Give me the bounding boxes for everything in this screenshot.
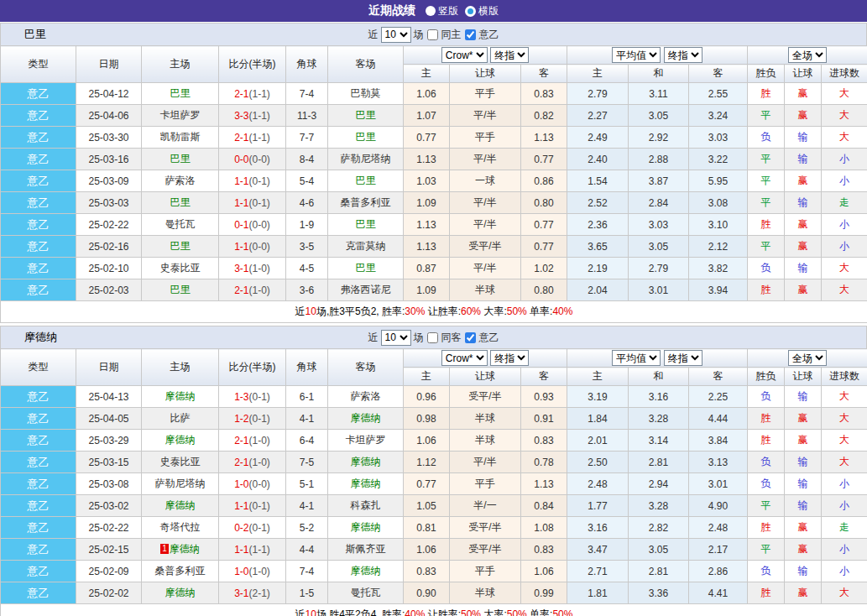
home-team-link[interactable]: 卡坦萨罗 bbox=[160, 109, 201, 121]
avg-draw-odds: 3.05 bbox=[629, 105, 689, 127]
same-venue-checkbox[interactable] bbox=[427, 332, 438, 343]
home-team-link[interactable]: 史泰比亚 bbox=[160, 262, 201, 274]
away-team-link[interactable]: 萨索洛 bbox=[351, 390, 381, 402]
home-team-link[interactable]: 比萨 bbox=[170, 412, 191, 424]
home-team-link[interactable]: 巴里 bbox=[170, 87, 191, 99]
asian-home-odds: 0.81 bbox=[404, 517, 450, 539]
league-filter-checkbox[interactable] bbox=[465, 332, 476, 343]
avg-away-odds: 2.55 bbox=[689, 83, 748, 105]
match-count-select[interactable]: 10 bbox=[381, 330, 411, 346]
away-team-link[interactable]: 巴里 bbox=[356, 175, 376, 186]
away-team-link[interactable]: 巴里 bbox=[356, 218, 376, 230]
away-team-link[interactable]: 桑普多利亚 bbox=[341, 196, 391, 208]
final-index-select-2[interactable]: 终指 bbox=[664, 47, 702, 63]
score-cell: 1-0(1-0) bbox=[219, 561, 286, 582]
summary-segment: 场,胜4平2负4, 胜率: bbox=[316, 608, 405, 616]
home-team-link[interactable]: 凯勒雷斯 bbox=[160, 131, 201, 143]
final-index-select[interactable]: 终指 bbox=[490, 350, 529, 366]
col-header-winloss: 胜负 bbox=[748, 368, 785, 386]
horizontal-radio-icon[interactable] bbox=[465, 6, 476, 17]
league-type-cell: 意乙 bbox=[1, 386, 76, 408]
home-team-cell: 卡坦萨罗 bbox=[142, 105, 219, 127]
vertical-radio-icon[interactable] bbox=[426, 6, 436, 16]
match-date-cell: 25-03-29 bbox=[76, 430, 142, 452]
away-team-link[interactable]: 摩德纳 bbox=[351, 456, 381, 467]
league-filter-checkbox[interactable] bbox=[465, 29, 476, 40]
asian-handicap-line: 平/半 bbox=[450, 149, 521, 170]
away-team-link[interactable]: 科森扎 bbox=[351, 499, 381, 511]
scope-select[interactable]: 全场 bbox=[788, 350, 827, 366]
away-team-link[interactable]: 曼托瓦 bbox=[351, 587, 381, 598]
col-header-score: 比分(半场) bbox=[219, 46, 286, 83]
asian-away-odds: 0.99 bbox=[521, 582, 567, 604]
scope-select[interactable]: 全场 bbox=[788, 47, 827, 63]
avg-away-odds: 2.86 bbox=[689, 561, 748, 582]
final-index-select-2[interactable]: 终指 bbox=[664, 350, 702, 366]
avg-home-odds: 2.36 bbox=[567, 214, 629, 236]
home-team-link[interactable]: 萨索洛 bbox=[165, 175, 196, 186]
match-count-select[interactable]: 10 bbox=[381, 27, 411, 43]
league-type-cell: 意乙 bbox=[1, 452, 76, 473]
home-team-link[interactable]: 桑普多利亚 bbox=[155, 565, 206, 577]
away-team-cell: 巴里 bbox=[328, 105, 404, 127]
match-date-cell: 25-03-02 bbox=[76, 495, 142, 517]
home-team-link[interactable]: 摩德纳 bbox=[165, 587, 196, 598]
average-select[interactable]: 平均值 bbox=[612, 47, 661, 63]
result-handicap: 输 bbox=[785, 192, 822, 214]
away-team-link[interactable]: 摩德纳 bbox=[351, 478, 381, 489]
home-team-link[interactable]: 史泰比亚 bbox=[160, 456, 201, 467]
same-venue-checkbox[interactable] bbox=[427, 29, 438, 40]
col-header-asian-home: 主 bbox=[404, 65, 450, 83]
away-team-link[interactable]: 萨勒尼塔纳 bbox=[341, 153, 391, 164]
avg-draw-odds: 2.84 bbox=[629, 192, 689, 214]
home-team-link[interactable]: 曼托瓦 bbox=[165, 218, 196, 230]
away-team-link[interactable]: 摩德纳 bbox=[351, 521, 381, 533]
away-team-cell: 摩德纳 bbox=[328, 473, 404, 495]
asian-home-odds: 1.06 bbox=[404, 430, 450, 452]
home-team-link[interactable]: 奇塔代拉 bbox=[160, 521, 201, 533]
home-team-link[interactable]: 摩德纳 bbox=[165, 434, 196, 446]
home-team-link[interactable]: 摩德纳 bbox=[170, 543, 200, 555]
final-index-select[interactable]: 终指 bbox=[490, 47, 529, 63]
corners-cell: 6-4 bbox=[286, 430, 328, 452]
avg-home-odds: 3.16 bbox=[567, 517, 629, 539]
horizontal-layout-option[interactable]: 横版 bbox=[465, 4, 499, 18]
away-team-link[interactable]: 巴里 bbox=[356, 262, 376, 274]
away-team-link[interactable]: 弗洛西诺尼 bbox=[341, 284, 391, 295]
away-team-link[interactable]: 巴里 bbox=[356, 131, 376, 143]
away-team-link[interactable]: 巴里 bbox=[356, 109, 376, 121]
asian-away-odds: 0.77 bbox=[521, 149, 567, 170]
vertical-layout-option[interactable]: 竖版 bbox=[426, 4, 458, 18]
average-select[interactable]: 平均值 bbox=[612, 350, 661, 366]
league-type-cell: 意乙 bbox=[1, 127, 76, 149]
fulltime-score: 3-1 bbox=[234, 263, 248, 274]
match-row: 意乙25-02-09桑普多利亚1-0(1-0)7-4摩德纳0.83平手1.062… bbox=[1, 561, 867, 582]
home-team-link[interactable]: 巴里 bbox=[170, 196, 191, 208]
away-team-link[interactable]: 摩德纳 bbox=[351, 412, 381, 424]
score-cell: 1-2(0-1) bbox=[219, 408, 286, 430]
result-handicap: 输 bbox=[785, 452, 822, 473]
result-outcome: 负 bbox=[748, 386, 785, 408]
away-team-link[interactable]: 巴勒莫 bbox=[351, 87, 381, 99]
away-team-link[interactable]: 摩德纳 bbox=[351, 565, 381, 577]
away-team-link[interactable]: 克雷莫纳 bbox=[346, 240, 386, 252]
home-team-link[interactable]: 巴里 bbox=[170, 240, 191, 252]
home-team-link[interactable]: 巴里 bbox=[170, 153, 191, 164]
league-type-cell: 意乙 bbox=[1, 495, 76, 517]
bookmaker-select[interactable]: Crow* bbox=[441, 47, 488, 63]
halftime-score: (0-1) bbox=[249, 522, 270, 534]
summary-segment: 50% bbox=[552, 608, 572, 616]
halftime-score: (1-0) bbox=[249, 285, 270, 296]
asian-handicap-line: 平手 bbox=[450, 473, 521, 495]
home-team-link[interactable]: 摩德纳 bbox=[165, 390, 196, 402]
home-team-link[interactable]: 摩德纳 bbox=[165, 499, 196, 511]
bookmaker-select[interactable]: Crow* bbox=[441, 350, 488, 366]
result-goals: 大 bbox=[822, 258, 867, 279]
home-team-link[interactable]: 巴里 bbox=[170, 284, 191, 295]
summary-segment: 40% bbox=[405, 608, 425, 616]
away-team-link[interactable]: 斯佩齐亚 bbox=[346, 543, 386, 555]
result-handicap: 赢 bbox=[785, 539, 822, 561]
home-team-link[interactable]: 萨勒尼塔纳 bbox=[155, 478, 206, 489]
away-team-link[interactable]: 卡坦萨罗 bbox=[346, 434, 386, 446]
result-goals: 小 bbox=[822, 539, 867, 561]
